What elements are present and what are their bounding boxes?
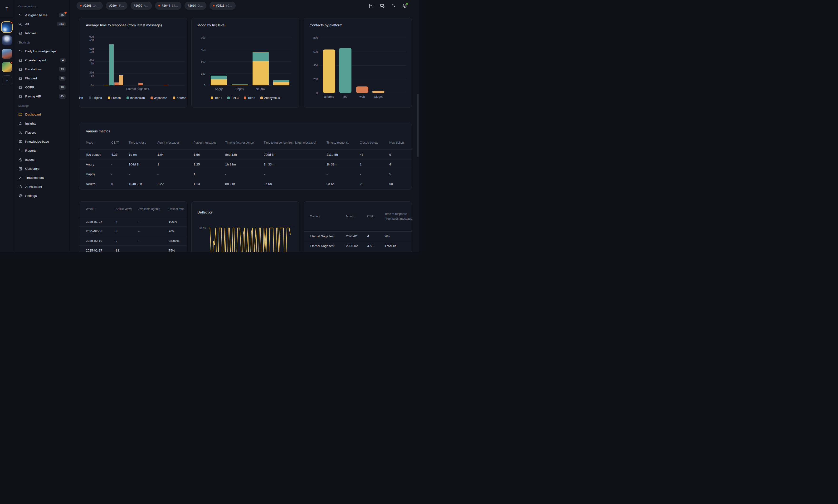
bar-widget[interactable]: [372, 91, 385, 93]
bar-x[interactable]: [138, 83, 143, 85]
bar-indonesian[interactable]: [109, 44, 114, 85]
cell: 2025-01-27: [86, 220, 115, 223]
unread-dot: [213, 5, 214, 6]
cell: 1: [157, 163, 194, 166]
legend-swatch: [211, 96, 213, 100]
legend-item-french: French: [108, 96, 121, 100]
column-header-available-agents[interactable]: Available agents: [138, 207, 168, 211]
cell: 4.33: [111, 153, 129, 157]
metrics-table-row[interactable]: (No value)4.331d 9h1.041.5686d 13h209d 8…: [79, 150, 412, 160]
sidebar-item-assigned-to-me[interactable]: Assigned to me45: [16, 11, 68, 19]
sidebar-item-ai-assistant[interactable]: AI Assistant: [16, 182, 68, 191]
sidebar-item-troubleshoot[interactable]: Troubleshoot: [16, 173, 68, 182]
bar-x[interactable]: [164, 85, 168, 85]
workspace-treasure-game[interactable]: [2, 62, 12, 72]
metrics-table-row[interactable]: Angry-104d 1h11.251h 33m1h 33m1h 33m14: [79, 160, 412, 169]
conversation-chip-2516[interactable]: #251669…: [210, 2, 236, 10]
workspace-racing-game[interactable]: [2, 22, 12, 32]
column-header-csat[interactable]: CSAT: [111, 141, 129, 145]
add-workspace-button[interactable]: +: [2, 75, 12, 85]
column-header-time-to-response[interactable]: Time to response: [326, 141, 360, 145]
count-badge: 10: [59, 85, 66, 90]
column-header-game[interactable]: Game ↑: [310, 214, 346, 219]
chip-preview: P…: [119, 4, 124, 7]
conversation-chip-2670[interactable]: #2670A…: [130, 2, 152, 10]
column-header-month[interactable]: Month: [346, 214, 367, 219]
sidebar-item-settings[interactable]: Settings: [16, 191, 68, 200]
bar-web[interactable]: [356, 86, 368, 93]
stack-tier-1-happy[interactable]: [232, 85, 248, 85]
conversation-chip-2694[interactable]: #2694P…: [106, 2, 127, 10]
sidebar-item-cheater-report[interactable]: Cheater report4: [16, 56, 68, 65]
game-table-row[interactable]: Eternal Saga test2025-024.50175d 1h2: [304, 241, 412, 251]
sidebar-item-knowledge-base[interactable]: Knowledge base: [16, 137, 68, 146]
bar-android[interactable]: [323, 50, 335, 93]
stack-tier-3-x[interactable]: [273, 80, 289, 82]
column-header-article-views[interactable]: Article views: [115, 207, 138, 211]
sidebar-item-flagged[interactable]: Flagged16: [16, 74, 68, 83]
column-header-mood[interactable]: Mood ↑: [86, 141, 111, 145]
column-header-csat[interactable]: CSAT: [367, 214, 385, 219]
sidebar-item-all[interactable]: All344: [16, 19, 68, 29]
week-table-row[interactable]: 2025-02-102-88.89%: [79, 236, 187, 246]
bar-ios[interactable]: [339, 48, 352, 93]
section-label-shortcuts: Shortcuts: [18, 41, 66, 44]
metrics-table-row[interactable]: Happy---1----5: [79, 169, 412, 179]
stack-tier-1-x[interactable]: [273, 82, 289, 85]
gear-icon: [18, 194, 22, 198]
stack-tier-3-happy[interactable]: [232, 84, 248, 85]
game-table-row[interactable]: Eternal Saga test2025-01428s2: [304, 232, 412, 241]
devices-button[interactable]: 0: [380, 3, 385, 8]
sidebar-item-issues[interactable]: Issues: [16, 155, 68, 164]
new-conversation-button[interactable]: [369, 3, 374, 8]
bar-korean[interactable]: [119, 75, 123, 85]
conversation-chip-2610[interactable]: #2610Q…: [184, 2, 207, 10]
workspace-haunted-house-game[interactable]: [2, 35, 12, 46]
sidebar-item-gdpr[interactable]: GDPR10: [16, 83, 68, 92]
sidebar-item-inboxes[interactable]: Inboxes: [16, 29, 68, 38]
sidebar-item-reports[interactable]: Reports: [16, 146, 68, 155]
column-header-new-tickets[interactable]: New tickets: [389, 141, 412, 145]
conversation-chip-2668[interactable]: #266814…: [76, 2, 103, 10]
inbox-icon: [18, 76, 22, 80]
sidebar-item-label: Assigned to me: [25, 13, 59, 17]
bar-french[interactable]: [104, 85, 108, 85]
cell: 1: [360, 163, 389, 166]
vertical-scrollbar[interactable]: [417, 94, 418, 157]
joystick-icon: [18, 130, 22, 134]
profile-button[interactable]: [402, 3, 407, 8]
column-header-deflect-rate[interactable]: Deflect rate: [168, 207, 187, 211]
svg-text:600: 600: [201, 36, 206, 39]
sidebar-item-paying-vip[interactable]: Paying VIP45: [16, 92, 68, 101]
bar-japanese[interactable]: [114, 83, 119, 85]
sidebar-item-daily-knowledge-gaps[interactable]: Daily knowledge gaps: [16, 47, 68, 56]
sidebar-item-players[interactable]: Players: [16, 128, 68, 137]
week-table-row[interactable]: 2025-01-274-100%: [79, 217, 187, 227]
sidebar-item-dashboard[interactable]: Dashboard: [16, 110, 68, 119]
workspace-battle-game[interactable]: [2, 49, 12, 59]
chip-preview: 14…: [93, 4, 100, 7]
column-header-time-to-response-from-latest-message[interactable]: Time to response (from latest message): [264, 141, 326, 145]
week-table-row[interactable]: 2025-02-033-90%: [79, 227, 187, 236]
sidebar-item-insights[interactable]: Insights: [16, 119, 68, 128]
ai-sparkles-button[interactable]: [391, 3, 396, 8]
sidebar-item-collectors[interactable]: Collectors: [16, 164, 68, 173]
stack-tier-1-neutral[interactable]: [252, 61, 269, 85]
svg-text:android: android: [324, 95, 334, 98]
column-header-player-messages[interactable]: Player messages: [194, 141, 225, 145]
column-header-time-to-close[interactable]: Time to close: [129, 141, 157, 145]
conversation-chip-2644[interactable]: #264414…: [155, 2, 181, 10]
column-header-week[interactable]: Week ↑: [86, 207, 115, 211]
column-header-time-to-first-response[interactable]: Time to first response: [225, 141, 264, 145]
legend-swatch: [150, 96, 153, 100]
stack-tier-3-angry[interactable]: [211, 76, 227, 79]
column-header-time-to-response-from-latest-message[interactable]: Time to response (from latest message): [385, 212, 412, 221]
column-header-closed-tickets[interactable]: Closed tickets: [360, 141, 389, 145]
legend-label: Indonesian: [130, 96, 145, 100]
metrics-table-row[interactable]: Neutral5104d 22h2.221.138d 21h9d 6h9d 6h…: [79, 179, 412, 189]
stack-tier-1-angry[interactable]: [211, 79, 227, 85]
week-table-row[interactable]: 2025-02-171375%: [79, 246, 187, 252]
sidebar-item-escalations[interactable]: Escalations13: [16, 65, 68, 74]
stack-tier-3-neutral[interactable]: [252, 52, 269, 61]
column-header-agent-messages[interactable]: Agent messages: [157, 141, 194, 145]
